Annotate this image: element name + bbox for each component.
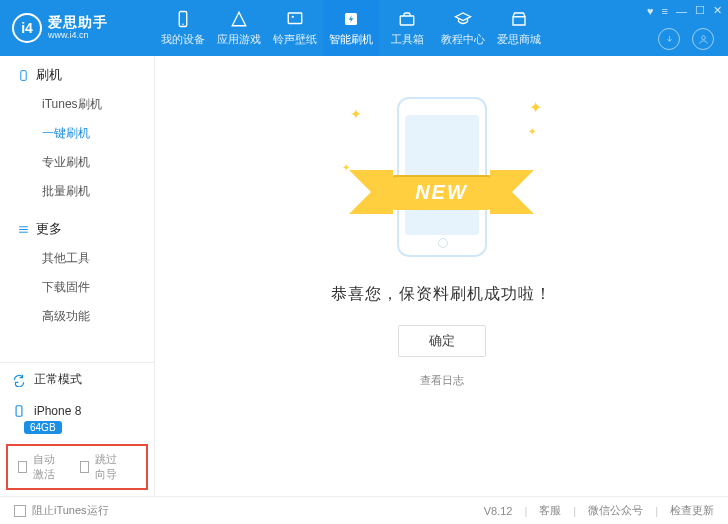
success-illustration: ✦ ✦ ✦ ✦ NEW [342, 92, 542, 262]
nav-apps[interactable]: 应用游戏 [211, 0, 267, 56]
svg-rect-7 [20, 70, 25, 80]
nav-flash[interactable]: 智能刷机 [323, 0, 379, 56]
brand-name: 爱思助手 [48, 15, 108, 30]
auto-activate-label: 自动激活 [33, 452, 66, 482]
wechat-link[interactable]: 微信公众号 [588, 503, 643, 518]
sidebar-item-pro-flash[interactable]: 专业刷机 [0, 148, 154, 177]
menu-icon[interactable]: ♥ [647, 5, 654, 17]
settings-icon[interactable]: ≡ [662, 5, 668, 17]
ok-button[interactable]: 确定 [398, 325, 486, 357]
refresh-icon [12, 373, 26, 387]
skip-wizard-label: 跳过向导 [95, 452, 128, 482]
device-storage: 64GB [24, 421, 62, 434]
device-icon [173, 10, 193, 28]
sidebar-item-other-tools[interactable]: 其他工具 [0, 244, 154, 273]
success-message: 恭喜您，保资料刷机成功啦！ [331, 284, 552, 305]
content-area: ✦ ✦ ✦ ✦ NEW 恭喜您，保资料刷机成功啦！ 确定 查看日志 [155, 56, 728, 496]
nav-store[interactable]: 爱思商城 [491, 0, 547, 56]
status-bar: 阻止iTunes运行 V8.12 | 客服 | 微信公众号 | 检查更新 [0, 496, 728, 524]
brand-url: www.i4.cn [48, 31, 108, 41]
minimize-icon[interactable]: — [676, 5, 687, 17]
sidebar-item-batch-flash[interactable]: 批量刷机 [0, 177, 154, 206]
graduation-icon [453, 10, 473, 28]
sidebar-section-flash[interactable]: 刷机 [0, 56, 154, 86]
close-icon[interactable]: ✕ [713, 4, 722, 17]
sidebar-item-advanced[interactable]: 高级功能 [0, 302, 154, 331]
sidebar-section-more[interactable]: 更多 [0, 210, 154, 240]
list-icon [16, 222, 30, 236]
device-model-row[interactable]: iPhone 8 [0, 396, 154, 420]
new-ribbon: NEW [334, 170, 550, 214]
svg-rect-8 [16, 406, 22, 417]
view-log-link[interactable]: 查看日志 [420, 373, 464, 388]
nav-my-device[interactable]: 我的设备 [155, 0, 211, 56]
sidebar: 刷机 iTunes刷机 一键刷机 专业刷机 批量刷机 更多 其他工具 下载固件 … [0, 56, 155, 496]
sidebar-item-download-firmware[interactable]: 下载固件 [0, 273, 154, 302]
device-panel: 正常模式 iPhone 8 64GB 自动激活 跳过向导 [0, 362, 154, 496]
sidebar-item-itunes-flash[interactable]: iTunes刷机 [0, 90, 154, 119]
nav-toolbox[interactable]: 工具箱 [379, 0, 435, 56]
flash-icon [341, 10, 361, 28]
sparkle-icon: ✦ [350, 106, 362, 122]
svg-rect-2 [288, 13, 302, 24]
image-icon [285, 10, 305, 28]
version-label: V8.12 [484, 505, 513, 517]
apps-icon [229, 10, 249, 28]
maximize-icon[interactable]: ☐ [695, 4, 705, 17]
device-model: iPhone 8 [34, 404, 81, 418]
support-link[interactable]: 客服 [539, 503, 561, 518]
phone-icon [16, 68, 30, 82]
sparkle-icon: ✦ [528, 126, 536, 137]
nav-ringtones[interactable]: 铃声壁纸 [267, 0, 323, 56]
nav-tutorials[interactable]: 教程中心 [435, 0, 491, 56]
block-itunes-label: 阻止iTunes运行 [32, 503, 109, 518]
user-icon[interactable] [692, 28, 714, 50]
toolbox-icon [397, 10, 417, 28]
svg-rect-5 [400, 16, 414, 25]
check-update-link[interactable]: 检查更新 [670, 503, 714, 518]
header: i4 爱思助手 www.i4.cn 我的设备 应用游戏 铃声壁纸 智能刷机 工具… [0, 0, 728, 56]
download-icon[interactable] [658, 28, 680, 50]
device-mode[interactable]: 正常模式 [0, 363, 154, 396]
svg-point-6 [701, 35, 705, 39]
block-itunes-checkbox[interactable] [14, 505, 26, 517]
sidebar-item-oneclick-flash[interactable]: 一键刷机 [0, 119, 154, 148]
svg-point-1 [182, 23, 184, 25]
logo[interactable]: i4 爱思助手 www.i4.cn [0, 13, 155, 43]
sparkle-icon: ✦ [529, 98, 542, 117]
window-controls: ♥ ≡ — ☐ ✕ [647, 4, 722, 17]
store-icon [509, 10, 529, 28]
phone-small-icon [12, 404, 26, 418]
svg-point-3 [292, 15, 294, 17]
options-highlight: 自动激活 跳过向导 [6, 444, 148, 490]
logo-icon: i4 [12, 13, 42, 43]
auto-activate-checkbox[interactable] [18, 461, 27, 473]
nav-bar: 我的设备 应用游戏 铃声壁纸 智能刷机 工具箱 教程中心 爱思商城 [155, 0, 547, 56]
skip-wizard-checkbox[interactable] [80, 461, 89, 473]
